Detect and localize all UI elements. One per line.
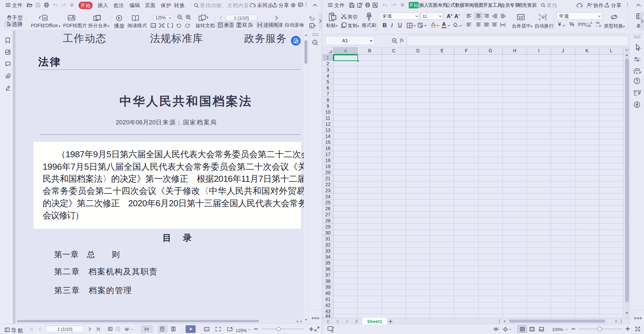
svg-text:a: a (310, 24, 312, 27)
svg-text:A: A (314, 41, 316, 44)
svg-text:1:1: 1:1 (205, 328, 208, 331)
svg-text:JS: JS (330, 330, 334, 333)
svg-text:W: W (44, 16, 47, 20)
svg-text:1:1: 1:1 (152, 24, 156, 27)
svg-text:a↔: a↔ (309, 15, 315, 19)
